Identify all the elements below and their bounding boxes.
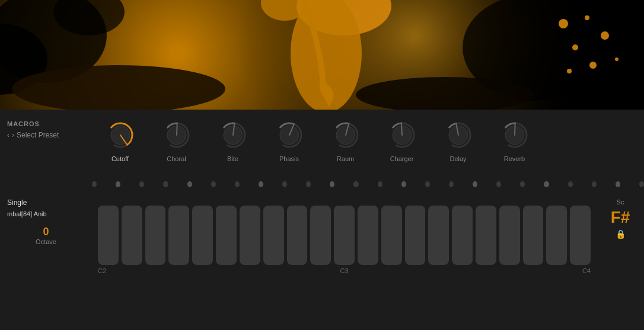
knob-cutoff-label: Cutoff [111, 155, 129, 162]
dot-indicator [235, 181, 240, 187]
dot-indicator [473, 181, 477, 187]
piano-key[interactable] [310, 206, 331, 265]
knob-raum[interactable]: Raum [317, 118, 374, 162]
piano-key[interactable] [546, 206, 567, 265]
dot-indicator [211, 181, 216, 187]
svg-line-11 [401, 124, 401, 135]
knob-delay-visual [442, 118, 475, 152]
piano-key[interactable] [570, 206, 591, 265]
macros-label: MACROS [7, 120, 85, 127]
next-preset-arrow[interactable]: › [12, 131, 14, 139]
preset-row[interactable]: ‹ › Select Preset [7, 131, 85, 139]
dot-indicator [259, 181, 263, 187]
dots-row [0, 175, 644, 194]
piano-start-label: C2 [98, 267, 106, 274]
dot-indicator [282, 181, 287, 187]
knob-bite-visual [216, 118, 250, 152]
knob-delay-label: Delay [449, 155, 466, 162]
piano-key[interactable] [523, 206, 544, 265]
dot-indicator [116, 181, 120, 187]
dot-indicator [330, 181, 334, 187]
sc-label: Sc [617, 198, 624, 206]
keyboard-section: Single mbal[84] Anib 0 Octave C2 C3 C4 S… [0, 194, 644, 330]
knob-charger-visual [385, 118, 419, 152]
piano-area: C2 C3 C4 [92, 194, 597, 277]
piano-key[interactable] [216, 206, 237, 265]
piano-key[interactable] [192, 206, 213, 265]
control-panel: MACROS ‹ › Select Preset Cutoff [0, 110, 644, 330]
piano-key[interactable] [168, 206, 189, 265]
knob-phasis-label: Phasis [279, 155, 299, 162]
right-panel-bottom: Sc F# 🔒 [597, 194, 644, 244]
left-panel-top: MACROS ‹ › Select Preset [0, 116, 92, 144]
piano-key[interactable] [405, 206, 426, 265]
octave-label: Octave [7, 238, 85, 245]
right-panel-top [597, 116, 644, 125]
lava-lamp-visual [0, 0, 644, 110]
piano-key[interactable] [452, 206, 473, 265]
piano-keys-wrapper [98, 194, 591, 265]
dot-indicator [449, 181, 454, 187]
dot-indicator [616, 181, 620, 187]
knob-choral-label: Choral [167, 155, 186, 162]
dot-indicator [639, 181, 644, 187]
knob-charger[interactable]: Charger [374, 118, 430, 162]
knob-phasis-visual [273, 118, 306, 152]
note-display: F# [611, 208, 630, 227]
piano-labels: C2 C3 C4 [98, 265, 591, 277]
knob-reverb-visual [498, 118, 531, 152]
piano-key[interactable] [334, 206, 355, 265]
piano-key[interactable] [98, 206, 119, 265]
knob-reverb[interactable]: Reverb [486, 118, 543, 162]
knob-charger-label: Charger [390, 155, 414, 162]
mode-label: Single [7, 198, 85, 207]
svg-line-3 [177, 124, 177, 135]
left-controls: Single mbal[84] Anib 0 Octave [0, 194, 92, 250]
dot-indicator [520, 181, 525, 187]
dot-indicator [306, 181, 311, 187]
octave-value: 0 [7, 226, 85, 238]
knob-cutoff-visual [104, 118, 137, 152]
dot-indicator [401, 181, 406, 187]
prev-preset-arrow[interactable]: ‹ [7, 131, 9, 139]
svg-line-15 [515, 124, 515, 135]
knob-phasis[interactable]: Phasis [261, 118, 317, 162]
piano-key[interactable] [263, 206, 284, 265]
piano-key[interactable] [122, 206, 142, 265]
dot-indicator [496, 181, 501, 187]
piano-key[interactable] [428, 206, 449, 265]
piano-key[interactable] [240, 206, 260, 265]
knob-reverb-label: Reverb [504, 155, 525, 162]
dot-indicator [187, 181, 192, 187]
piano-key[interactable] [476, 206, 496, 265]
piano-end-label: C4 [582, 267, 591, 274]
select-preset-label[interactable]: Select Preset [17, 131, 59, 139]
knobs-area: Cutoff Choral Bite P [92, 116, 597, 162]
dot-indicator [544, 181, 549, 187]
dot-indicator [92, 181, 97, 187]
piano-mid-label: C3 [340, 267, 348, 274]
knob-cutoff[interactable]: Cutoff [92, 118, 148, 162]
piano-key[interactable] [145, 206, 166, 265]
piano-key[interactable] [287, 206, 308, 265]
knob-raum-visual [329, 118, 362, 152]
preset-name-display: mbal[84] Anib [7, 210, 85, 217]
dot-indicator [163, 181, 168, 187]
dot-indicator [568, 181, 573, 187]
piano-key[interactable] [358, 206, 378, 265]
dot-indicator [353, 181, 358, 187]
knob-choral[interactable]: Choral [148, 118, 205, 162]
dot-indicator [592, 181, 597, 187]
knob-choral-visual [160, 118, 193, 152]
macros-row: MACROS ‹ › Select Preset Cutoff [0, 110, 644, 175]
lock-icon[interactable]: 🔒 [616, 229, 626, 239]
top-image-area [0, 0, 644, 110]
piano-key[interactable] [381, 206, 402, 265]
knob-bite[interactable]: Bite [205, 118, 261, 162]
dot-indicator [425, 181, 430, 187]
dot-indicator [139, 181, 144, 187]
piano-key[interactable] [499, 206, 520, 265]
knob-delay[interactable]: Delay [430, 118, 486, 162]
dot-indicator [378, 181, 382, 187]
knob-raum-label: Raum [337, 155, 354, 162]
